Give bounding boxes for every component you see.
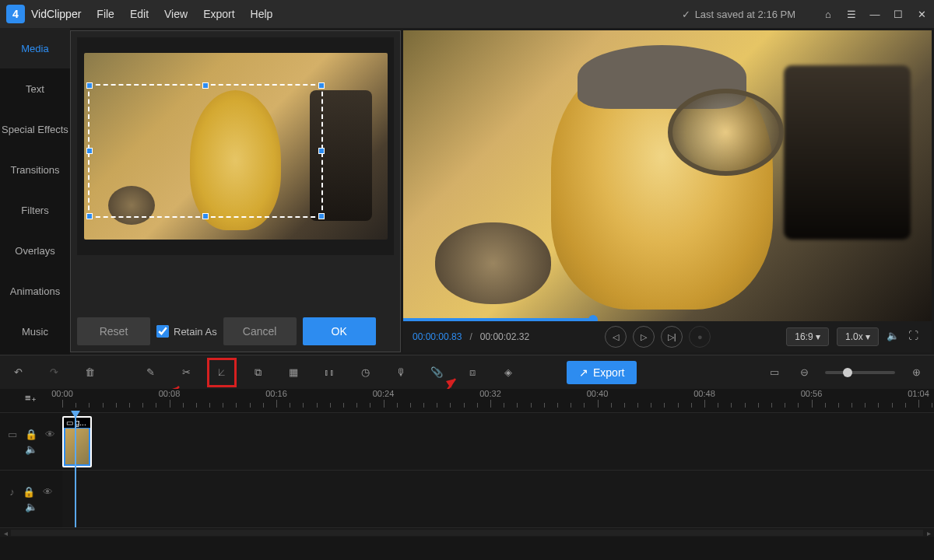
check-icon: ✓	[682, 9, 690, 20]
crop-preview-area[interactable]	[77, 37, 394, 255]
copy-icon[interactable]: ⧉	[249, 364, 266, 381]
next-frame-button[interactable]: ▷|	[661, 326, 683, 348]
ruler-label: 00:24	[373, 389, 395, 398]
undo-icon[interactable]: ↶	[9, 364, 26, 381]
retain-aspect-checkbox[interactable]: Retain As	[156, 325, 217, 338]
record-button[interactable]: ●	[689, 326, 711, 348]
sidebar-item-overlays[interactable]: Overlays	[0, 230, 70, 271]
crop-icon[interactable]: ⟀	[213, 364, 230, 381]
crop-handle-bm[interactable]	[202, 213, 209, 219]
titlebar: 4 VidClipper File Edit View Export Help …	[0, 0, 934, 28]
delete-icon[interactable]: 🗑	[81, 364, 98, 381]
zoom-out-icon[interactable]: ⊖	[795, 364, 813, 381]
hamburger-icon[interactable]: ☰	[845, 8, 858, 20]
mute-icon[interactable]: 🔈	[25, 501, 37, 513]
retain-aspect-input[interactable]	[156, 325, 169, 338]
fit-icon[interactable]: ▭	[766, 364, 783, 381]
crop-handle-tl[interactable]	[86, 82, 93, 89]
zoom-thumb[interactable]	[843, 368, 852, 377]
playhead[interactable]	[75, 412, 76, 527]
export-button[interactable]: ↗ Export	[567, 361, 637, 384]
sidebar-item-transitions[interactable]: Transitions	[0, 149, 70, 190]
reset-button[interactable]: Reset	[77, 317, 150, 345]
volume-icon[interactable]: 🔈	[887, 330, 901, 344]
speed-select[interactable]: 1.0x ▾	[837, 327, 879, 346]
eye-icon[interactable]: 👁	[45, 429, 55, 440]
audio-track: ♪🔒👁 🔈	[0, 470, 934, 527]
menu-help[interactable]: Help	[251, 8, 273, 20]
timeline: ≡₊ 00:0000:0800:1600:2400:3200:4000:4800…	[0, 389, 934, 560]
link-icon[interactable]: ⧈	[464, 364, 481, 381]
attach-icon[interactable]: 📎	[428, 364, 445, 381]
timeline-scrollbar[interactable]: ◂ ▸	[0, 527, 934, 537]
prev-frame-button[interactable]: ◁	[605, 326, 627, 348]
stats-icon[interactable]: ⫾⫾	[321, 364, 338, 381]
video-clip[interactable]: ▭ g... ✂	[62, 416, 92, 467]
preview-controls: 00:00:00.83 / 00:00:02.32 ◁ ▷ ▷| ● 16:9 …	[403, 321, 932, 352]
crop-handle-bl[interactable]	[86, 213, 93, 219]
sidebar-item-text[interactable]: Text	[0, 68, 70, 109]
crop-handle-br[interactable]	[318, 213, 325, 219]
scroll-right-icon[interactable]: ▸	[923, 529, 934, 537]
sidebar-item-animations[interactable]: Animations	[0, 271, 70, 311]
sidebar-item-filters[interactable]: Filters	[0, 190, 70, 230]
crop-handle-tm[interactable]	[202, 82, 209, 89]
ruler-label: 00:16	[265, 389, 287, 398]
save-status: ✓ Last saved at 2:16 PM	[682, 9, 795, 20]
timeline-ruler[interactable]: 00:0000:0800:1600:2400:3200:4000:4800:56…	[62, 389, 934, 412]
time-separator: /	[469, 331, 472, 342]
sidebar-item-media[interactable]: Media	[0, 28, 70, 68]
ruler-label: 00:32	[479, 389, 501, 398]
split-icon[interactable]: ✂	[177, 364, 195, 381]
sidebar-item-music[interactable]: Music	[0, 311, 70, 352]
maximize-icon[interactable]: ☐	[892, 8, 904, 20]
preview-pane: 00:00:00.83 / 00:00:02.32 ◁ ▷ ▷| ● 16:9 …	[403, 30, 932, 352]
ruler-label: 00:08	[159, 389, 181, 398]
ruler-label: 01:04	[908, 389, 929, 398]
redo-icon[interactable]: ↷	[45, 364, 62, 381]
cancel-button[interactable]: Cancel	[223, 317, 297, 345]
crop-handle-tr[interactable]	[318, 82, 325, 89]
marker-icon[interactable]: ◈	[500, 364, 517, 381]
app-name: VidClipper	[31, 8, 81, 20]
ok-button[interactable]: OK	[303, 317, 376, 345]
minimize-icon[interactable]: ―	[869, 8, 881, 20]
total-time: 00:00:02.32	[480, 331, 529, 342]
eye-icon[interactable]: 👁	[43, 486, 53, 498]
menu-edit[interactable]: Edit	[130, 8, 149, 20]
voiceover-icon[interactable]: 🎙	[392, 364, 409, 381]
preview-video[interactable]	[403, 30, 932, 321]
lock-icon[interactable]: 🔒	[23, 486, 35, 498]
crop-panel: Reset Retain As Cancel OK	[70, 30, 401, 352]
aspect-ratio-select[interactable]: 16:9 ▾	[786, 327, 829, 346]
current-time: 00:00:00.83	[413, 331, 462, 342]
scroll-left-icon[interactable]: ◂	[0, 529, 11, 537]
preview-progress-bar[interactable]	[403, 318, 593, 321]
audio-track-content[interactable]	[62, 471, 934, 527]
svg-marker-3	[446, 379, 455, 388]
ruler-label: 00:48	[693, 389, 715, 398]
duration-icon[interactable]: ◷	[356, 364, 374, 381]
ruler-label: 00:40	[587, 389, 609, 398]
video-track-content[interactable]: ▭ g... ✂	[62, 413, 934, 470]
preview-progress-thumb[interactable]	[588, 315, 598, 321]
sidebar-item-special-effects[interactable]: Special Effects	[0, 109, 70, 149]
menu-view[interactable]: View	[164, 8, 188, 20]
play-button[interactable]: ▷	[633, 326, 655, 348]
edit-icon[interactable]: ✎	[142, 364, 159, 381]
crop-selection-box[interactable]	[88, 84, 323, 218]
zoom-in-icon[interactable]: ⊕	[908, 364, 925, 381]
crop-handle-ml[interactable]	[86, 148, 93, 154]
menu-file[interactable]: File	[97, 8, 114, 20]
crop-handle-mr[interactable]	[318, 148, 325, 154]
close-icon[interactable]: ✕	[915, 8, 928, 20]
home-icon[interactable]: ⌂	[822, 8, 834, 20]
add-track-icon[interactable]: ≡₊	[25, 392, 37, 404]
fullscreen-icon[interactable]: ⛶	[908, 330, 922, 344]
export-icon: ↗	[579, 366, 588, 379]
lock-icon[interactable]: 🔒	[25, 429, 37, 440]
zoom-slider[interactable]	[825, 371, 895, 374]
mute-icon[interactable]: 🔈	[25, 443, 37, 455]
mosaic-icon[interactable]: ▦	[285, 364, 302, 381]
menu-export[interactable]: Export	[203, 8, 234, 20]
